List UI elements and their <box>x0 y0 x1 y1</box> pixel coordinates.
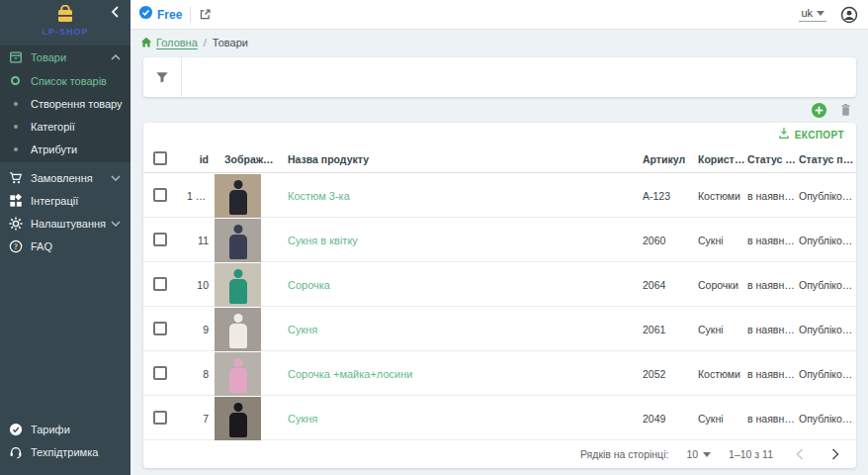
product-link[interactable]: Костюм 3-ка <box>288 190 350 202</box>
rows-per-page-value: 10 <box>686 448 698 460</box>
rows-per-page-select[interactable]: 10 <box>686 448 711 460</box>
plan-badge[interactable]: Free <box>138 5 182 24</box>
table-row: 1 001 Костюм 3-ка A-123 Костюми в наявно… <box>143 173 856 218</box>
sidebar-item-categories[interactable]: Категорії <box>0 115 130 138</box>
breadcrumb-home-link[interactable]: Головна <box>140 37 198 49</box>
sidebar-item-label: Категорії <box>31 121 75 133</box>
sidebar-item-attributes[interactable]: Атрибути <box>0 138 130 160</box>
app-window: LP-SHOP Товари Список то <box>0 0 868 475</box>
chevron-down-icon <box>111 221 121 227</box>
sidebar-item-product-list[interactable]: Список товарів <box>0 69 130 92</box>
col-image: Зображення <box>215 153 278 165</box>
sidebar-nav: Товари Список товарів Створення товару К… <box>0 46 130 257</box>
account-icon[interactable] <box>840 6 858 24</box>
col-id: id <box>187 153 215 165</box>
product-image[interactable] <box>215 397 261 440</box>
rows-per-page-label: Рядків на сторінці: <box>580 448 668 460</box>
caret-down-icon <box>703 452 711 457</box>
row-id: 9 <box>187 324 215 335</box>
pagination-range: 1–10 з 11 <box>729 448 773 460</box>
row-checkbox[interactable] <box>153 233 167 246</box>
sidebar-item-label: Створення товару <box>31 98 123 110</box>
row-category: Сукні <box>698 324 747 335</box>
next-page-icon[interactable] <box>826 445 844 463</box>
sidebar-footer: Тарифи Техпідтримка <box>0 418 130 475</box>
logo-text: LP-SHOP <box>42 27 88 37</box>
sidebar: LP-SHOP Товари Список то <box>0 0 130 475</box>
product-link[interactable]: Сукня <box>288 413 317 425</box>
select-all-checkbox[interactable] <box>153 151 167 165</box>
row-checkbox[interactable] <box>153 277 167 291</box>
row-availability: в наявності <box>747 279 799 291</box>
export-button[interactable]: ЕКСПОРТ <box>778 126 844 143</box>
product-image[interactable] <box>215 263 261 307</box>
row-id: 8 <box>187 368 215 380</box>
sidebar-item-products[interactable]: Товари <box>0 46 130 69</box>
bullet-icon <box>8 147 23 151</box>
open-in-new-icon[interactable] <box>199 8 212 21</box>
headset-icon <box>8 444 23 459</box>
row-id: 11 <box>187 235 215 246</box>
product-image[interactable] <box>215 352 261 396</box>
breadcrumb-current: Товари <box>213 37 248 48</box>
sidebar-item-orders[interactable]: Замовлення <box>0 166 130 189</box>
cart-icon <box>8 170 23 185</box>
main-area: Free uk Головна <box>130 0 868 475</box>
sidebar-item-create-product[interactable]: Створення товару <box>0 92 130 115</box>
sidebar-item-integrations[interactable]: Інтеграції <box>0 189 130 212</box>
col-publication: Статус пуб… <box>799 153 854 165</box>
row-category: Костюми <box>698 368 747 380</box>
add-product-icon[interactable] <box>811 102 827 119</box>
row-availability: в наявності <box>747 190 799 202</box>
row-sku: 2064 <box>643 279 698 291</box>
products-table: ЕКСПОРТ id Зображення Назва продукту Арт… <box>143 123 856 468</box>
previous-page-icon[interactable] <box>791 445 809 463</box>
home-icon <box>140 37 152 49</box>
table-row: 10 Сорочка 2064 Сорочки в наявності Опуб… <box>143 262 856 307</box>
product-link[interactable]: Сукня в квітку <box>288 235 358 246</box>
sidebar-item-label: Техпідтримка <box>31 446 98 458</box>
product-link[interactable]: Сорочка +майка+лосини <box>288 368 412 380</box>
sidebar-item-label: Замовлення <box>31 172 93 184</box>
table-pagination: Рядків на сторінці: 10 1–10 з 11 <box>143 440 856 468</box>
row-publication: Опубліковано <box>799 190 854 202</box>
filter-icon[interactable] <box>143 57 181 97</box>
row-sku: A-123 <box>643 190 698 202</box>
row-checkbox[interactable] <box>153 322 167 335</box>
table-row: 7 Сукня 2049 Сукні в наявності Опубліков… <box>143 396 856 440</box>
row-id: 7 <box>187 413 215 425</box>
row-checkbox[interactable] <box>153 188 167 202</box>
product-image[interactable] <box>215 219 261 262</box>
product-link[interactable]: Сорочка <box>288 279 330 291</box>
row-checkbox[interactable] <box>153 366 167 380</box>
col-name: Назва продукту <box>278 153 643 165</box>
sidebar-item-tariffs[interactable]: Тарифи <box>0 418 130 440</box>
product-image[interactable] <box>215 308 261 351</box>
delete-icon[interactable] <box>839 103 852 117</box>
filter-bar <box>143 57 856 97</box>
active-bullet-icon <box>8 76 23 85</box>
col-sku: Артикул <box>643 153 698 165</box>
product-image[interactable] <box>215 174 261 218</box>
filter-divider <box>181 57 182 97</box>
sidebar-item-label: Інтеграції <box>31 195 78 207</box>
language-select[interactable]: uk <box>799 7 826 22</box>
sidebar-header: LP-SHOP <box>0 0 130 42</box>
caret-down-icon <box>817 11 825 16</box>
sidebar-item-settings[interactable]: Налаштування <box>0 212 130 235</box>
row-category: Сорочки <box>698 279 747 291</box>
product-link[interactable]: Сукня <box>288 324 317 335</box>
help-icon: ? <box>8 238 23 253</box>
sidebar-item-faq[interactable]: ? FAQ <box>0 235 130 257</box>
col-custom: Користувац… <box>698 153 747 165</box>
widgets-icon <box>8 193 23 208</box>
verified-badge-icon <box>138 5 153 24</box>
chevron-down-icon <box>111 175 121 181</box>
row-checkbox[interactable] <box>153 411 167 425</box>
sidebar-item-label: Налаштування <box>31 218 106 230</box>
sidebar-item-label: FAQ <box>31 240 52 252</box>
sidebar-item-support[interactable]: Техпідтримка <box>0 440 130 463</box>
row-category: Сукні <box>698 235 747 246</box>
row-category: Сукні <box>698 413 747 425</box>
sidebar-collapse-icon[interactable] <box>107 4 123 20</box>
